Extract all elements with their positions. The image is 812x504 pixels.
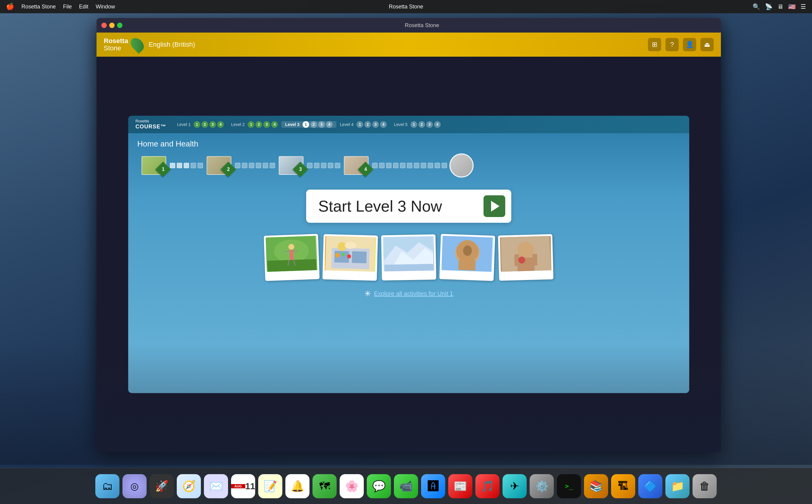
- dock-forklift[interactable]: 🏗: [611, 474, 635, 498]
- dock-facetime[interactable]: 📹: [394, 474, 418, 498]
- level-3-unit-4[interactable]: 4: [326, 121, 333, 128]
- control-strip-icon[interactable]: ☰: [801, 3, 806, 10]
- level-2-unit-3[interactable]: 3: [263, 121, 270, 128]
- dock-calendar[interactable]: AUG 11: [231, 474, 255, 498]
- level-4-unit-4[interactable]: 4: [380, 121, 387, 128]
- photo-image-3: [383, 236, 435, 272]
- level-group-2[interactable]: Level 2 1 2 3 4: [227, 121, 281, 128]
- level-5-unit-3[interactable]: 3: [426, 121, 433, 128]
- photo-card-2[interactable]: [322, 234, 378, 281]
- unit-2-node[interactable]: 2: [205, 155, 232, 176]
- dock-elytra[interactable]: 🔷: [638, 474, 662, 498]
- level-4-unit-1[interactable]: 1: [356, 121, 363, 128]
- dock-mail[interactable]: ✉️: [204, 474, 228, 498]
- level-5-unit-1[interactable]: 1: [411, 121, 417, 128]
- dock-siri[interactable]: ◎: [122, 474, 147, 498]
- svg-rect-5: [289, 250, 293, 260]
- level-group-3[interactable]: Level 3 1 2 3 4: [281, 121, 336, 128]
- unit-1-node[interactable]: 1: [140, 155, 167, 176]
- photo-card-3[interactable]: [381, 234, 437, 280]
- unit-4-node[interactable]: 4: [343, 155, 370, 176]
- photo-card-5[interactable]: [498, 234, 554, 281]
- dock-notes[interactable]: 📝: [258, 474, 282, 498]
- dock-books[interactable]: 📚: [584, 474, 608, 498]
- explore-compass-icon: ✳: [364, 289, 371, 298]
- signout-icon[interactable]: ⏏: [700, 38, 714, 51]
- level-2-unit-2[interactable]: 2: [255, 121, 262, 128]
- dock-safari[interactable]: 🧭: [177, 474, 201, 498]
- level-group-1[interactable]: Level 1 1 2 3 4: [173, 121, 227, 128]
- menu-rosetta-stone[interactable]: Rosetta Stone: [21, 4, 56, 10]
- course-list-icon[interactable]: ⊞: [648, 38, 661, 51]
- language-label: English (British): [149, 41, 195, 49]
- menu-edit[interactable]: Edit: [79, 4, 88, 10]
- level-1-unit-3[interactable]: 3: [209, 121, 216, 128]
- level-5-unit-2[interactable]: 2: [419, 121, 425, 128]
- app-header: RosettaStone English (British) ⊞ ? 👤 ⏏: [96, 33, 721, 57]
- prog-dot: [170, 163, 175, 168]
- photo-card-1[interactable]: [264, 234, 319, 281]
- dock-settings[interactable]: ⚙️: [530, 474, 554, 498]
- menu-window[interactable]: Window: [96, 4, 115, 10]
- dock-news[interactable]: 📰: [448, 474, 472, 498]
- minimize-button[interactable]: [109, 23, 115, 28]
- level-1-unit-1[interactable]: 1: [194, 121, 200, 128]
- prog-dot: [442, 163, 447, 168]
- prog-dot: [414, 163, 419, 168]
- explore-activities-link[interactable]: Explore all activities for Unit 1: [374, 290, 453, 297]
- dock-testflight[interactable]: ✈: [503, 474, 527, 498]
- rosetta-stone-window: Rosetta Stone RosettaStone English (Brit…: [96, 18, 721, 452]
- level-2-unit-1[interactable]: 1: [248, 121, 254, 128]
- dock-finder[interactable]: 🗂: [95, 474, 119, 498]
- dock-finder2[interactable]: 📁: [665, 474, 690, 498]
- airdrop-icon[interactable]: 📡: [765, 3, 773, 10]
- prog-dot: [386, 163, 391, 168]
- search-icon[interactable]: 🔍: [753, 3, 760, 10]
- level-3-unit-3[interactable]: 3: [318, 121, 325, 128]
- prog-dot: [242, 163, 247, 168]
- dock-reminders[interactable]: 🔔: [285, 474, 309, 498]
- dock-messages[interactable]: 💬: [367, 474, 391, 498]
- logo-stone: Stone: [104, 44, 121, 52]
- level-3-unit-1[interactable]: 1: [302, 121, 309, 128]
- dock-trash[interactable]: 🗑: [693, 474, 717, 498]
- level-3-unit-2[interactable]: 2: [310, 121, 317, 128]
- level-1-unit-2[interactable]: 2: [201, 121, 208, 128]
- close-button[interactable]: [101, 23, 107, 28]
- dock-music[interactable]: 🎵: [476, 474, 500, 498]
- profile-icon[interactable]: 👤: [683, 38, 696, 51]
- dock-terminal[interactable]: >_: [557, 474, 581, 498]
- level-5-unit-4[interactable]: 4: [434, 121, 441, 128]
- dock-appstore[interactable]: 🅰: [421, 474, 445, 498]
- unit-end-circle[interactable]: [450, 153, 474, 178]
- level-1-unit-4[interactable]: 4: [217, 121, 224, 128]
- play-button[interactable]: [484, 195, 505, 217]
- level-3-label: Level 3: [285, 122, 299, 127]
- maximize-button[interactable]: [117, 23, 122, 28]
- photo-card-4[interactable]: [439, 234, 495, 281]
- level-group-5[interactable]: Level 5 1 2 3 4: [390, 121, 444, 128]
- flag-icon[interactable]: 🇺🇸: [788, 3, 796, 10]
- dock-maps[interactable]: 🗺: [312, 474, 336, 498]
- level-group-4[interactable]: Level 4 1 2 3 4: [336, 121, 390, 128]
- header-icons: ⊞ ? 👤 ⏏: [648, 38, 714, 51]
- rosetta-course-logo: Rosetta COURSE™: [135, 119, 166, 130]
- traffic-lights: [101, 23, 122, 28]
- prog-dot: [177, 163, 182, 168]
- screen-icon[interactable]: 🖥: [777, 3, 783, 10]
- prog-dot: [191, 163, 196, 168]
- level-4-unit-3[interactable]: 3: [372, 121, 379, 128]
- unit-3-node[interactable]: 3: [277, 155, 305, 176]
- level-5-label: Level 5: [394, 122, 408, 127]
- dock-launchpad[interactable]: 🚀: [150, 474, 174, 498]
- course-logo-bottom: COURSE™: [135, 124, 166, 130]
- unit-2-progress: [235, 163, 275, 168]
- help-icon[interactable]: ?: [665, 38, 679, 51]
- level-4-unit-2[interactable]: 2: [364, 121, 371, 128]
- apple-menu[interactable]: 🍎: [6, 3, 14, 11]
- dock-photos[interactable]: 🌸: [340, 474, 364, 498]
- start-level-button[interactable]: Start Level 3 Now: [306, 190, 511, 223]
- prog-dot: [400, 163, 405, 168]
- menu-file[interactable]: File: [63, 4, 72, 10]
- level-2-unit-4[interactable]: 4: [271, 121, 278, 128]
